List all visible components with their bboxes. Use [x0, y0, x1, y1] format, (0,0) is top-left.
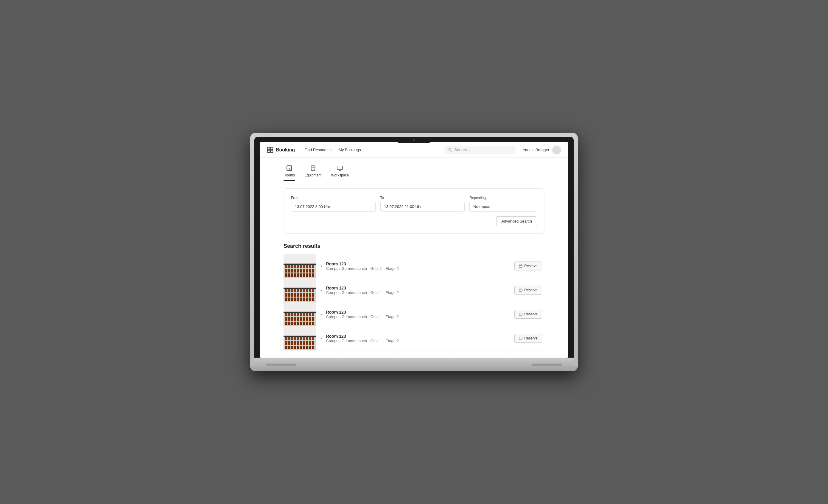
svg-rect-96 [309, 313, 311, 316]
advanced-search-button[interactable]: Advanced Search [496, 216, 537, 226]
svg-rect-77 [303, 297, 305, 301]
nav-find-resources[interactable]: Find Resources [304, 147, 331, 152]
svg-rect-90 [291, 313, 293, 316]
svg-rect-54 [294, 288, 296, 292]
table-row: ›Room 123 Campus Gummersbach - Geb. 1 - … [284, 326, 544, 351]
svg-rect-102 [297, 317, 299, 321]
svg-rect-61 [285, 293, 287, 296]
nav-my-bookings[interactable]: My Bookings [339, 147, 361, 152]
workspace-icon [337, 165, 343, 171]
svg-rect-74 [294, 297, 296, 301]
svg-rect-147 [291, 346, 293, 349]
tab-rooms[interactable]: Rooms [284, 165, 295, 181]
reserve-button[interactable]: Reserve [514, 262, 542, 270]
svg-rect-98 [285, 317, 287, 321]
expand-icon[interactable]: › [316, 336, 326, 341]
svg-rect-134 [312, 337, 314, 340]
expand-icon[interactable]: › [316, 312, 326, 317]
svg-rect-68 [306, 293, 308, 296]
search-input[interactable] [455, 147, 511, 152]
result-location: Campus Gummersbach - Geb. 1 - Etage 2 [326, 290, 515, 295]
svg-rect-45 [519, 265, 522, 268]
svg-rect-94 [303, 313, 305, 316]
svg-rect-137 [291, 341, 293, 345]
result-location: Campus Gummersbach - Geb. 1 - Etage 2 [326, 338, 515, 343]
svg-rect-114 [303, 322, 305, 325]
tab-workspace[interactable]: Workspace [331, 165, 349, 181]
svg-rect-132 [306, 337, 308, 340]
global-search-bar[interactable] [444, 146, 515, 154]
rooms-icon [286, 165, 292, 171]
from-input[interactable] [291, 202, 376, 212]
svg-rect-20 [303, 265, 305, 268]
tab-equipment[interactable]: Equipment [304, 165, 321, 181]
svg-rect-79 [309, 297, 311, 301]
expand-icon[interactable]: › [316, 288, 326, 292]
svg-rect-150 [300, 346, 302, 349]
calendar-icon [519, 336, 523, 340]
search-form: From To Repeating Advanced S [284, 188, 544, 234]
svg-rect-23 [312, 265, 314, 268]
svg-rect-34 [285, 273, 287, 277]
to-field: To [380, 196, 465, 212]
svg-rect-26 [291, 269, 293, 273]
svg-rect-76 [300, 297, 302, 301]
reserve-button[interactable]: Reserve [514, 286, 542, 294]
result-thumbnail [284, 278, 316, 302]
svg-rect-25 [288, 269, 290, 273]
svg-rect-44 [284, 264, 316, 265]
expand-icon[interactable]: › [316, 264, 326, 268]
svg-rect-153 [309, 346, 311, 349]
brand-logo[interactable]: Booking [267, 147, 295, 153]
result-location: Campus Gummersbach - Geb. 1 - Etage 2 [326, 266, 515, 271]
svg-rect-32 [309, 269, 311, 273]
svg-rect-145 [285, 346, 287, 349]
reserve-button[interactable]: Reserve [514, 334, 542, 343]
resource-tabs: Rooms Equipment [284, 165, 544, 181]
svg-rect-80 [312, 297, 314, 301]
user-section: Yannic Brügger [523, 145, 561, 154]
svg-rect-30 [303, 269, 305, 273]
svg-rect-156 [519, 337, 522, 340]
to-input[interactable] [380, 202, 465, 212]
svg-rect-75 [297, 297, 299, 301]
svg-rect-9 [337, 166, 342, 170]
svg-rect-101 [294, 317, 296, 321]
svg-rect-35 [288, 273, 290, 277]
svg-rect-24 [285, 269, 287, 273]
tab-equipment-label: Equipment [304, 173, 321, 177]
svg-rect-93 [300, 313, 302, 316]
svg-rect-131 [303, 337, 305, 340]
repeating-input[interactable] [469, 202, 537, 212]
top-nav: Booking Find Resources My Bookings Yanni… [260, 142, 568, 158]
svg-rect-88 [285, 313, 287, 316]
result-thumbnail [284, 302, 316, 326]
svg-rect-82 [519, 289, 522, 291]
result-info: Room 123 Campus Gummersbach - Geb. 1 - E… [326, 286, 515, 295]
svg-rect-50 [284, 278, 316, 287]
svg-rect-66 [300, 293, 302, 296]
svg-rect-58 [306, 288, 308, 292]
calendar-icon [519, 264, 523, 268]
svg-rect-0 [267, 147, 270, 150]
from-label: From [291, 196, 376, 200]
svg-rect-118 [284, 312, 316, 313]
svg-rect-41 [306, 273, 308, 277]
results-section: Search results [284, 243, 544, 351]
results-title: Search results [284, 243, 544, 249]
result-room-name: Room 123 [326, 262, 515, 266]
svg-rect-140 [300, 341, 302, 345]
svg-rect-64 [294, 293, 296, 296]
svg-rect-144 [312, 341, 314, 345]
nav-links: Find Resources My Bookings [304, 147, 361, 152]
result-room-name: Room 123 [326, 286, 515, 290]
svg-rect-126 [288, 337, 290, 340]
svg-rect-92 [297, 313, 299, 316]
result-info: Room 123 Campus Gummersbach - Geb. 1 - E… [326, 334, 515, 343]
svg-rect-51 [285, 288, 287, 292]
svg-rect-31 [306, 269, 308, 273]
reserve-button[interactable]: Reserve [514, 310, 542, 319]
calendar-icon [519, 312, 523, 316]
svg-rect-138 [294, 341, 296, 345]
user-avatar[interactable] [552, 145, 561, 154]
